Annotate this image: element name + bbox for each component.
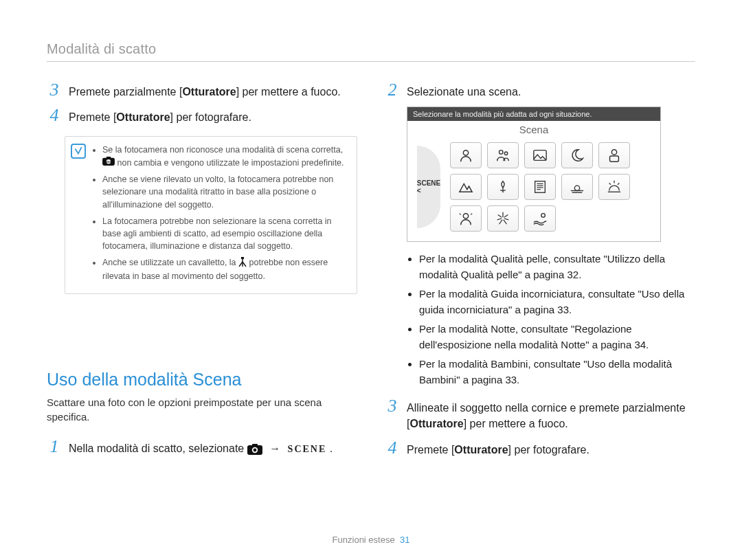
page-header-title: Modalità di scatto: [47, 41, 695, 57]
arrow: →: [269, 443, 280, 454]
step-4-right: 4 Premete [Otturatore] per fotografare.: [385, 439, 695, 458]
step-number: 4: [385, 439, 400, 458]
scene-cell-children: [487, 142, 519, 168]
svg-point-14: [499, 150, 504, 155]
scene-body: SCENE <: [407, 135, 660, 241]
text-bold: Otturatore: [409, 418, 463, 429]
scene-cell-sunset: [561, 174, 593, 200]
scene-cell-dawn: [598, 174, 630, 200]
scene-left-label: SCENE <: [417, 179, 440, 194]
columns: 3 Premete parzialmente [Otturatore] per …: [47, 81, 695, 464]
svg-rect-4: [241, 257, 244, 259]
svg-rect-1: [106, 157, 111, 158]
step-text: Nella modalità di scatto, selezionate → …: [69, 438, 333, 456]
svg-line-40: [504, 220, 507, 224]
svg-point-17: [611, 150, 616, 155]
page-number: 31: [400, 535, 409, 545]
scene-left-arc: SCENE <: [417, 146, 440, 228]
step-text: Selezionate una scena.: [407, 81, 521, 100]
note-item: Anche se viene rilevato un volto, la fot…: [102, 173, 348, 210]
svg-line-35: [498, 215, 502, 218]
scene-tip-bar: Selezionare la modalità più adatta ad og…: [407, 107, 660, 121]
svg-line-38: [504, 219, 508, 220]
scene-title: Scena: [407, 121, 660, 135]
svg-line-33: [471, 214, 472, 215]
note-item: La fotocamera potrebbe non selezionare l…: [102, 215, 348, 252]
svg-rect-19: [535, 181, 546, 193]
col-right: 2 Selezionate una scena. Selezionare la …: [385, 81, 695, 464]
text: Premete [: [407, 444, 454, 456]
scene-cell-text: [524, 174, 556, 200]
scene-cell-backlight: [450, 205, 482, 232]
header-rule: [47, 61, 695, 62]
text: Premete [: [69, 111, 116, 123]
step-3-left: 3 Premete parzialmente [Otturatore] per …: [47, 81, 357, 100]
scene-label: SCENE: [288, 444, 327, 454]
scene-cell-night: [561, 142, 593, 168]
step-number: 3: [47, 81, 62, 100]
scene-cell-face: [598, 142, 630, 168]
step-text: Premete [Otturatore] per fotografare.: [69, 107, 251, 125]
svg-point-24: [574, 186, 579, 190]
step-number: 1: [47, 438, 62, 456]
note-box: Se la fotocamera non riconosce una modal…: [65, 136, 357, 294]
svg-point-41: [541, 214, 546, 218]
bullet-item: Per la modalità Guida incorniciatura, co…: [419, 287, 695, 317]
text-bold: Otturatore: [116, 111, 170, 123]
scene-cell-fireworks: [487, 205, 519, 232]
text: ] per mettere a fuoco.: [236, 86, 341, 98]
svg-rect-18: [610, 156, 619, 161]
section-title: Uso della modalità Scena: [47, 370, 357, 390]
note-item: Anche se utilizzate un cavalletto, la po…: [102, 256, 348, 282]
text-bold: Otturatore: [182, 86, 236, 98]
step-number: 3: [385, 397, 400, 432]
svg-line-28: [609, 183, 611, 185]
text: Premete parzialmente [: [69, 86, 182, 98]
section-desc: Scattare una foto con le opzioni preimpo…: [47, 395, 357, 424]
scene-grid: [450, 142, 630, 232]
svg-line-36: [504, 215, 508, 218]
text: ] per fotografare.: [508, 444, 589, 456]
step-number: 2: [385, 81, 400, 100]
step-4-left: 4 Premete [Otturatore] per fotografare.: [47, 107, 357, 125]
text: Nella modalità di scatto, selezionate: [69, 443, 247, 454]
text: ] per fotografare.: [170, 111, 251, 123]
bullet-item: Per la modalità Notte, consultate "Regol…: [419, 322, 695, 352]
svg-point-12: [253, 449, 256, 452]
svg-line-6: [239, 262, 243, 267]
scene-cell-portrait: [450, 142, 482, 168]
step-3-right: 3 Allineate il soggetto nella cornice e …: [385, 397, 695, 432]
note-list: Se la fotocamera non riconosce una modal…: [93, 144, 348, 282]
svg-line-39: [499, 220, 503, 224]
svg-rect-10: [252, 444, 258, 446]
svg-point-31: [463, 214, 468, 219]
step-number: 4: [47, 107, 62, 125]
svg-line-32: [460, 214, 461, 215]
step-text: Allineate il soggetto nella cornice e pr…: [407, 397, 695, 432]
svg-point-13: [463, 150, 468, 155]
right-bullets: Per la modalità Qualità pelle, consultat…: [407, 251, 695, 388]
step-1-left: 1 Nella modalità di scatto, selezionate …: [47, 438, 357, 456]
svg-line-37: [497, 219, 502, 220]
note-icon: [71, 144, 86, 159]
svg-point-15: [504, 152, 507, 155]
bullet-item: Per la modalità Qualità pelle, consultat…: [419, 251, 695, 282]
scene-screenshot: Selezionare la modalità più adatta ad og…: [407, 107, 661, 242]
camera-icon: [247, 444, 262, 455]
step-text: Premete parzialmente [Otturatore] per me…: [69, 81, 341, 100]
svg-text:SMART: SMART: [104, 160, 114, 164]
page-footer: Funzioni estese 31: [0, 535, 742, 545]
step-2-right: 2 Selezionate una scena.: [385, 81, 695, 100]
svg-line-7: [243, 262, 246, 267]
text: ] per mettere a fuoco.: [464, 418, 568, 429]
scene-cell-macro: [487, 174, 519, 200]
tripod-icon: [238, 257, 247, 270]
step-text: Premete [Otturatore] per fotografare.: [407, 439, 589, 458]
col-left: 3 Premete parzialmente [Otturatore] per …: [47, 81, 357, 464]
smart-icon: SMART: [102, 157, 115, 169]
svg-line-29: [618, 183, 619, 185]
scene-cell-beach: [524, 205, 556, 232]
note-item: Se la fotocamera non riconosce una modal…: [102, 144, 348, 169]
text-bold: Otturatore: [454, 444, 508, 456]
footer-label: Funzioni estese: [333, 535, 395, 545]
